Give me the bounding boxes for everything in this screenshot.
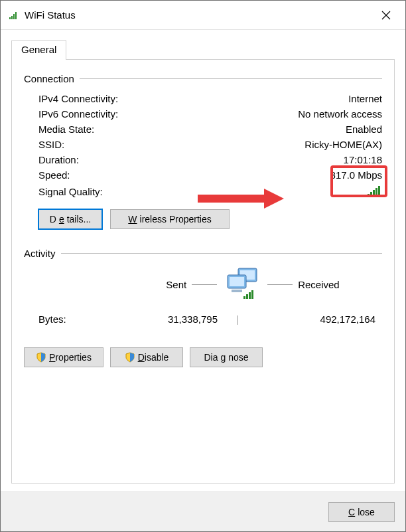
activity-group: Activity Sent: [24, 248, 382, 367]
bytes-separator: |: [218, 313, 257, 325]
disable-button[interactable]: Disable: [110, 347, 183, 367]
duration-value: 17:01:18: [344, 154, 382, 165]
ipv4-value: Internet: [348, 93, 382, 104]
svg-rect-13: [232, 290, 242, 292]
svg-rect-16: [249, 292, 251, 299]
window-title: WiFi Status: [25, 9, 403, 21]
speed-label: Speed:: [38, 169, 70, 181]
activity-buttons: Properties Disable Diagnose: [24, 325, 382, 367]
connection-buttons: Details... Wireless Properties: [24, 200, 382, 229]
svg-rect-2: [13, 14, 15, 19]
media-state-row: Media State: Enabled: [24, 122, 382, 137]
close-button[interactable]: Close: [328, 502, 395, 522]
wifi-signal-icon: [9, 10, 19, 21]
svg-rect-1: [11, 16, 13, 19]
speed-value: 817.0 Mbps: [330, 169, 382, 181]
activity-group-header: Activity: [24, 248, 382, 259]
shield-icon: [36, 352, 46, 363]
network-computers-icon: [222, 266, 262, 303]
bytes-label: Bytes:: [38, 313, 118, 325]
ssid-row: SSID: Ricky-HOME(AX): [24, 137, 382, 152]
general-panel: Connection IPv4 Connectivity: Internet I…: [11, 59, 395, 484]
svg-rect-6: [373, 190, 375, 197]
ipv4-row: IPv4 Connectivity: Internet: [24, 91, 382, 106]
svg-rect-7: [375, 188, 377, 197]
svg-rect-17: [251, 290, 253, 299]
wireless-properties-button[interactable]: Wireless Properties: [110, 209, 230, 229]
duration-row: Duration: 17:01:18: [24, 152, 382, 167]
signal-quality-row: Signal Quality:: [24, 183, 382, 200]
wifi-status-window: WiFi Status General Connection IPv4 Conn…: [0, 0, 406, 532]
close-window-button[interactable]: [371, 5, 401, 26]
titlebar: WiFi Status: [1, 1, 405, 30]
bytes-sent-value: 31,338,795: [118, 313, 218, 325]
media-state-value: Enabled: [346, 124, 382, 135]
ipv4-label: IPv4 Connectivity:: [38, 93, 118, 104]
svg-rect-8: [378, 186, 380, 197]
svg-rect-12: [230, 277, 244, 286]
tabstrip: General: [11, 39, 395, 59]
ssid-label: SSID:: [38, 139, 64, 150]
bytes-row: Bytes: 31,338,795 | 492,172,164: [24, 307, 382, 325]
properties-button[interactable]: Properties: [24, 347, 103, 367]
ipv6-value: No network access: [298, 108, 382, 120]
speed-value-wrap: 817.0 Mbps 817.0 Mbps: [330, 169, 382, 181]
svg-rect-0: [9, 17, 11, 19]
svg-rect-15: [246, 294, 248, 299]
diagnose-button[interactable]: Diagnose: [190, 347, 263, 367]
duration-label: Duration:: [38, 154, 79, 165]
media-state-label: Media State:: [38, 124, 94, 135]
svg-rect-14: [243, 296, 245, 299]
dialog-footer: Close: [1, 491, 405, 531]
received-label: Received: [298, 279, 340, 290]
svg-rect-4: [368, 194, 370, 197]
svg-rect-5: [370, 192, 372, 197]
client-area: General Connection IPv4 Connectivity: In…: [1, 30, 405, 491]
bytes-received-value: 492,172,164: [257, 313, 382, 325]
connection-group-header: Connection: [24, 73, 382, 84]
details-button[interactable]: Details...: [38, 209, 102, 229]
ipv6-row: IPv6 Connectivity: No network access: [24, 106, 382, 122]
activity-header-row: Sent: [24, 266, 382, 303]
signal-bars-icon: [366, 185, 382, 197]
ipv6-label: IPv6 Connectivity:: [38, 108, 118, 120]
close-icon: [381, 11, 391, 20]
sent-label: Sent: [166, 279, 186, 290]
ssid-value: Ricky-HOME(AX): [304, 139, 382, 150]
shield-icon: [125, 352, 135, 363]
speed-row: Speed: 817.0 Mbps 817.0 Mbps: [24, 167, 382, 183]
tab-general[interactable]: General: [11, 40, 66, 60]
svg-rect-3: [15, 12, 17, 19]
signal-quality-label: Signal Quality:: [38, 186, 103, 197]
